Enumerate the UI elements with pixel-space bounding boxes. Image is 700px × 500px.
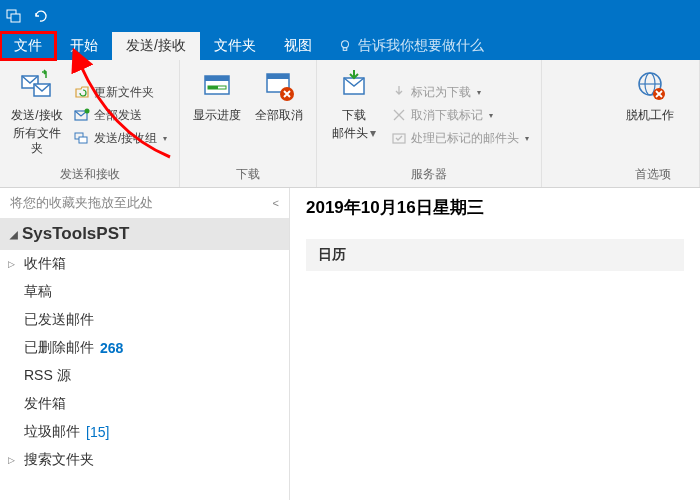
junk-count: [15] — [86, 424, 109, 440]
tab-home[interactable]: 开始 — [56, 32, 112, 60]
ribbon-group-label: 发送和接收 — [8, 164, 171, 185]
send-receive-all-label-l1: 发送/接收 — [11, 108, 62, 122]
ribbon-group-label: 服务器 — [325, 164, 533, 185]
svg-point-7 — [85, 109, 90, 114]
folder-inbox[interactable]: ▷收件箱 — [0, 250, 289, 278]
app-window-icon[interactable] — [6, 8, 22, 24]
ribbon-group-label: 下载 — [188, 164, 308, 185]
chevron-down-icon: ▾ — [489, 111, 493, 120]
undo-icon[interactable] — [32, 8, 48, 24]
update-folder-button[interactable]: 更新文件夹 — [70, 82, 171, 103]
ribbon-group-preferences: 脱机工作 首选项 — [542, 60, 700, 187]
tab-folder[interactable]: 文件夹 — [200, 32, 270, 60]
ribbon-group-download: 显示进度 全部取消 下载 — [180, 60, 317, 187]
unmark-download-button: 取消下载标记▾ — [387, 105, 533, 126]
tell-me-search[interactable]: 告诉我你想要做什么 — [326, 32, 496, 60]
unmark-download-icon — [391, 107, 407, 123]
date-heading: 2019年10月16日星期三 — [306, 196, 684, 219]
folder-search[interactable]: ▷搜索文件夹 — [0, 446, 289, 474]
progress-icon — [199, 68, 235, 104]
folder-deleted[interactable]: 已删除邮件 268 — [0, 334, 289, 362]
download-headers-icon — [336, 68, 372, 104]
download-headers-button[interactable]: 下载 邮件头▾ — [325, 66, 383, 164]
chevron-down-icon: ▾ — [163, 134, 167, 143]
deleted-count: 268 — [100, 340, 123, 356]
work-offline-button[interactable]: 脱机工作 — [621, 66, 679, 164]
cancel-all-button[interactable]: 全部取消 — [250, 66, 308, 164]
chevron-down-icon: ▾ — [525, 134, 529, 143]
chevron-down-icon: ▾ — [477, 88, 481, 97]
ribbon-group-server: 下载 邮件头▾ 标记为下载▾ 取消下载标记▾ 处理已标记的邮件头▾ 服务器 — [317, 60, 542, 187]
send-receive-icon — [19, 68, 55, 104]
favorites-drop-hint[interactable]: 将您的收藏夹拖放至此处 < — [0, 188, 289, 218]
send-all-button[interactable]: 全部发送 — [70, 105, 171, 126]
tell-me-label: 告诉我你想要做什么 — [358, 37, 484, 55]
mark-download-button: 标记为下载▾ — [387, 82, 533, 103]
work-offline-icon — [632, 68, 668, 104]
svg-point-2 — [341, 41, 348, 48]
send-receive-all-label-l2: 所有文件夹 — [8, 126, 66, 155]
svg-rect-9 — [79, 137, 87, 143]
process-marked-button: 处理已标记的邮件头▾ — [387, 128, 533, 149]
ribbon-group-send-receive: 发送/接收 所有文件夹 更新文件夹 全部发送 发送/接收组▾ 发送和接收 — [0, 60, 180, 187]
folder-rss[interactable]: RSS 源 — [0, 362, 289, 390]
main-pane: 2019年10月16日星期三 日历 — [290, 188, 700, 500]
send-all-icon — [74, 107, 90, 123]
svg-rect-1 — [11, 14, 20, 22]
send-receive-groups-button[interactable]: 发送/接收组▾ — [70, 128, 171, 149]
collapse-icon[interactable]: < — [273, 197, 279, 209]
svg-rect-3 — [343, 48, 347, 51]
expand-triangle-icon: ▷ — [8, 455, 18, 465]
folder-nav: 将您的收藏夹拖放至此处 < ◢ SysToolsPST ▷收件箱 草稿 已发送邮… — [0, 188, 290, 500]
calendar-heading: 日历 — [306, 239, 684, 271]
update-folder-icon — [74, 84, 90, 100]
folder-sent[interactable]: 已发送邮件 — [0, 306, 289, 334]
mark-download-icon — [391, 84, 407, 100]
expand-triangle-icon: ▷ — [8, 259, 18, 269]
process-marked-icon — [391, 130, 407, 146]
tab-view[interactable]: 视图 — [270, 32, 326, 60]
svg-rect-11 — [205, 76, 229, 81]
lightbulb-icon — [338, 39, 352, 53]
title-bar — [0, 0, 700, 32]
folder-drafts[interactable]: 草稿 — [0, 278, 289, 306]
account-header[interactable]: ◢ SysToolsPST — [0, 218, 289, 250]
show-progress-button[interactable]: 显示进度 — [188, 66, 246, 164]
send-receive-all-button[interactable]: 发送/接收 所有文件夹 — [8, 66, 66, 164]
cancel-all-icon — [261, 68, 297, 104]
chevron-down-icon: ▾ — [370, 126, 376, 140]
tab-file[interactable]: 文件 — [0, 32, 56, 60]
svg-rect-13 — [208, 86, 218, 89]
folder-outbox[interactable]: 发件箱 — [0, 390, 289, 418]
send-receive-groups-icon — [74, 130, 90, 146]
collapse-triangle-icon: ◢ — [10, 229, 18, 240]
ribbon-group-label: 首选项 — [550, 164, 691, 185]
ribbon-tabs: 文件 开始 发送/接收 文件夹 视图 告诉我你想要做什么 — [0, 32, 700, 60]
ribbon: 发送/接收 所有文件夹 更新文件夹 全部发送 发送/接收组▾ 发送和接收 — [0, 60, 700, 188]
content-area: 将您的收藏夹拖放至此处 < ◢ SysToolsPST ▷收件箱 草稿 已发送邮… — [0, 188, 700, 500]
tab-send-receive[interactable]: 发送/接收 — [112, 32, 200, 60]
folder-junk[interactable]: 垃圾邮件 [15] — [0, 418, 289, 446]
svg-rect-15 — [267, 74, 289, 79]
